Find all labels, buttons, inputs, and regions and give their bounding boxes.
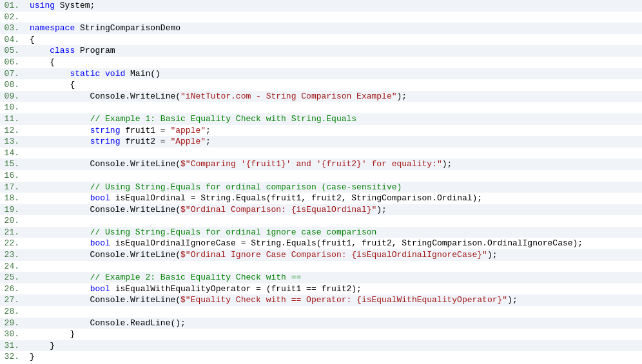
line-number: 17. xyxy=(0,182,27,193)
plain-token xyxy=(30,69,70,79)
kw-token: string xyxy=(90,137,121,146)
plain-token: isEqualWithEqualityOperator = (fruit1 ==… xyxy=(110,284,362,294)
plain-token: System; xyxy=(55,1,95,10)
line-number: 19. xyxy=(0,204,27,216)
plain-token: Console.ReadLine(); xyxy=(30,318,186,328)
line-number: 01. xyxy=(0,0,27,12)
line-number: 27. xyxy=(0,294,27,306)
code-line: 17. // Using String.Equals for ordinal c… xyxy=(0,182,642,193)
plain-token: ); xyxy=(507,295,518,305)
code-line: 30. } xyxy=(0,329,642,340)
kw-token: namespace xyxy=(30,23,75,33)
line-number: 20. xyxy=(0,215,27,227)
plain-token xyxy=(30,182,90,192)
plain-token xyxy=(30,46,50,55)
comment-token: // Example 1: Basic Equality Check with … xyxy=(90,114,356,124)
kw-token: void xyxy=(105,69,125,79)
line-content: // Example 2: Basic Equality Check with … xyxy=(27,272,642,283)
line-number: 15. xyxy=(0,158,27,170)
plain-token xyxy=(30,126,90,135)
line-content: namespace StringComparisonDemo xyxy=(27,23,642,34)
code-line: 20. xyxy=(0,215,642,227)
line-content xyxy=(27,306,642,318)
line-content: // Using String.Equals for ordinal ignor… xyxy=(27,227,642,238)
plain-token: } xyxy=(30,341,55,350)
plain-token: { xyxy=(30,35,35,44)
line-number: 22. xyxy=(0,238,27,249)
code-line: 23. Console.WriteLine($"Ordinal Ignore C… xyxy=(0,249,642,261)
str-token: $"Ordinal Comparison: {isEqualOrdinal}" xyxy=(180,205,376,215)
plain-token xyxy=(30,238,90,248)
line-number: 11. xyxy=(0,113,27,125)
plain-token: ); xyxy=(487,250,498,260)
plain-token: Program xyxy=(75,46,115,55)
code-line: 31. } xyxy=(0,340,642,352)
line-number: 28. xyxy=(0,306,27,318)
line-number: 10. xyxy=(0,102,27,113)
line-content: Console.ReadLine(); xyxy=(27,318,642,329)
plain-token xyxy=(30,193,90,203)
line-content: Console.WriteLine($"Comparing '{fruit1}'… xyxy=(27,158,642,170)
line-content: string fruit2 = "Apple"; xyxy=(27,136,642,148)
line-content xyxy=(27,261,642,273)
plain-token: ; xyxy=(206,126,211,135)
plain-token: { xyxy=(30,80,75,90)
line-content: string fruit1 = "apple"; xyxy=(27,125,642,137)
line-number: 04. xyxy=(0,34,27,46)
comment-token: // Example 2: Basic Equality Check with … xyxy=(90,273,302,282)
line-content: class Program xyxy=(27,45,642,57)
code-line: 13. string fruit2 = "Apple"; xyxy=(0,136,642,148)
line-number: 29. xyxy=(0,318,27,329)
line-content: using System; xyxy=(27,0,642,12)
line-number: 16. xyxy=(0,170,27,182)
code-editor: 01.using System;02. 03.namespace StringC… xyxy=(0,0,642,364)
line-content: bool isEqualWithEqualityOperator = (frui… xyxy=(27,283,642,295)
line-content: bool isEqualOrdinalIgnoreCase = String.E… xyxy=(27,238,642,249)
kw-token: class xyxy=(50,46,75,55)
plain-token: Console.WriteLine( xyxy=(30,159,180,169)
line-number: 08. xyxy=(0,79,27,91)
line-content xyxy=(27,102,642,113)
plain-token: ); xyxy=(442,159,452,169)
line-content: bool isEqualOrdinal = String.Equals(frui… xyxy=(27,193,642,204)
code-line: 12. string fruit1 = "apple"; xyxy=(0,125,642,137)
code-line: 15. Console.WriteLine($"Comparing '{frui… xyxy=(0,158,642,170)
code-line: 09. Console.WriteLine("iNetTutor.com - S… xyxy=(0,91,642,102)
line-number: 13. xyxy=(0,136,27,148)
plain-token: fruit2 = xyxy=(120,137,170,146)
code-line: 19. Console.WriteLine($"Ordinal Comparis… xyxy=(0,204,642,216)
plain-token: } xyxy=(30,352,35,361)
plain-token xyxy=(30,273,90,282)
str-token: "apple" xyxy=(170,126,206,135)
plain-token: Main() xyxy=(125,69,160,79)
line-content xyxy=(27,215,642,227)
line-number: 30. xyxy=(0,329,27,340)
line-number: 18. xyxy=(0,193,27,204)
line-content: } xyxy=(27,329,642,340)
plain-token: Console.WriteLine( xyxy=(30,91,180,101)
plain-token: } xyxy=(30,329,75,339)
plain-token: Console.WriteLine( xyxy=(30,295,180,305)
plain-token: fruit1 = xyxy=(120,126,170,135)
line-content: Console.WriteLine($"Equality Check with … xyxy=(27,294,642,306)
code-line: 29. Console.ReadLine(); xyxy=(0,318,642,329)
line-content: // Example 1: Basic Equality Check with … xyxy=(27,113,642,125)
code-line: 03.namespace StringComparisonDemo xyxy=(0,23,642,34)
line-content: // Using String.Equals for ordinal compa… xyxy=(27,182,642,193)
plain-token xyxy=(30,114,90,124)
code-line: 18. bool isEqualOrdinal = String.Equals(… xyxy=(0,193,642,204)
line-number: 31. xyxy=(0,340,27,352)
line-content: Console.WriteLine($"Ordinal Ignore Case … xyxy=(27,249,642,261)
code-line: 16. xyxy=(0,170,642,182)
line-number: 09. xyxy=(0,91,27,102)
line-number: 25. xyxy=(0,272,27,283)
plain-token: isEqualOrdinalIgnoreCase = String.Equals… xyxy=(110,238,583,248)
kw-token: static xyxy=(70,69,100,79)
str-token: $"Ordinal Ignore Case Comparison: {isEqu… xyxy=(180,250,487,260)
plain-token: ); xyxy=(376,205,387,215)
plain-token: ); xyxy=(397,91,407,101)
code-line: 06. { xyxy=(0,57,642,68)
code-line: 10. xyxy=(0,102,642,113)
kw-token: using xyxy=(30,1,55,10)
code-line: 24. xyxy=(0,261,642,273)
